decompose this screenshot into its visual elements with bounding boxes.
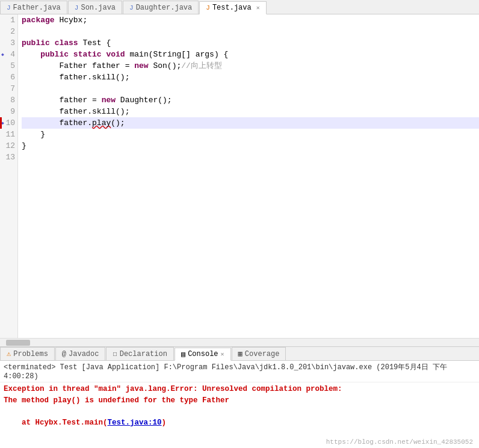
line-num-6: 6 [0,72,17,83]
tab-label: Test.java [212,4,252,12]
code-content: package Hcybx; public class Test { publi… [18,14,479,338]
line-num-2: 2 [0,26,17,37]
scroll-thumb[interactable] [6,340,30,346]
bottom-tab-problems[interactable]: ⚠ Problems [0,347,55,360]
line-num-4: 4 [0,49,17,60]
code-line-2 [22,26,479,37]
console-status: <terminated> Test [Java Application] F:\… [0,361,479,382]
console-error-end: ) [162,419,167,427]
line-num-7: 7 [0,83,17,94]
java-file-icon: J [7,4,11,11]
bottom-tab-label: Console [188,350,218,358]
bottom-tab-declaration[interactable]: ☐ Declaration [106,347,173,360]
java-file-icon: J [129,4,134,11]
problems-icon: ⚠ [7,349,11,358]
tab-label: Father.java [13,4,61,12]
line-num-3: 3 [0,37,17,49]
tab-daughter-java[interactable]: J Daughter.java [123,1,199,14]
bottom-tab-javadoc[interactable]: @ Javadoc [55,347,106,360]
java-file-icon: J [206,4,210,11]
code-editor: 1 2 3 4 5 6 7 8 9 10 11 12 13 package Hc… [0,14,479,346]
code-line-3: public class Test { [22,37,479,49]
tab-close-button[interactable]: ✕ [256,4,260,11]
console-close-button[interactable]: ✕ [221,351,224,358]
tab-label: Son.java [81,4,116,12]
line-num-13: 13 [0,152,17,163]
code-line-10: father.play(); [22,117,479,129]
java-file-icon: J [75,4,79,11]
bottom-tab-label: Javadoc [69,350,99,358]
declaration-icon: ☐ [113,349,117,358]
console-error-output: Exception in thread "main" java.lang.Err… [0,382,479,430]
code-line-5: Father father = new Son();//向上转型 [22,60,479,72]
code-lines: 1 2 3 4 5 6 7 8 9 10 11 12 13 package Hc… [0,14,479,338]
bottom-tab-console[interactable]: ▤ Console ✕ [175,348,231,361]
code-line-4: public static void main(String[] args) { [22,49,479,60]
line-num-5: 5 [0,60,17,72]
code-area[interactable]: 1 2 3 4 5 6 7 8 9 10 11 12 13 package Hc… [0,14,479,338]
code-line-13 [22,152,479,163]
bottom-tab-label: Declaration [120,350,167,358]
code-line-9: father.skill(); [22,106,479,117]
tab-label: Daughter.java [136,4,193,12]
line-num-10: 10 [0,117,17,129]
tab-father-java[interactable]: J Father.java [0,1,67,14]
line-num-12: 12 [0,140,17,152]
line-num-11: 11 [0,129,17,140]
line-numbers: 1 2 3 4 5 6 7 8 9 10 11 12 13 [0,14,18,338]
code-line-12: } [22,140,479,152]
code-line-7 [22,83,479,94]
tab-son-java[interactable]: J Son.java [68,1,122,14]
console-error-at: at Hcybx.Test.main( [4,419,108,427]
bottom-tab-coverage[interactable]: ▦ Coverage [232,347,286,360]
console-error-line1: Exception in thread "main" java.lang.Err… [4,384,475,395]
console-panel: <terminated> Test [Java Application] F:\… [0,361,479,448]
bottom-tab-label: Problems [13,350,48,358]
coverage-icon: ▦ [238,349,243,358]
line-num-1: 1 [0,14,17,26]
console-watermark: https://blog.csdn.net/weixin_42835052 [0,438,479,448]
line-num-8: 8 [0,94,17,106]
code-line-1: package Hcybx; [22,14,479,26]
javadoc-icon: @ [62,350,66,358]
bottom-tab-bar: ⚠ Problems @ Javadoc ☐ Declaration ▤ Con… [0,346,479,361]
code-line-11: } [22,129,479,140]
code-line-8: father = new Daughter(); [22,94,479,106]
line-num-9: 9 [0,106,17,117]
code-line-6: father.skill(); [22,72,479,83]
console-error-line4: at Hcybx.Test.main(Test.java:10) [4,417,475,429]
console-icon: ▤ [181,350,185,359]
tab-test-java[interactable]: J Test.java ✕ [199,1,266,14]
console-error-line2: The method play() is undefined for the t… [4,395,475,407]
tab-bar: J Father.java J Son.java J Daughter.java… [0,0,479,14]
console-error-link[interactable]: Test.java:10 [108,419,162,427]
bottom-tab-label: Coverage [245,350,280,358]
horizontal-scrollbar[interactable] [0,338,479,346]
console-error-line3 [4,407,475,418]
